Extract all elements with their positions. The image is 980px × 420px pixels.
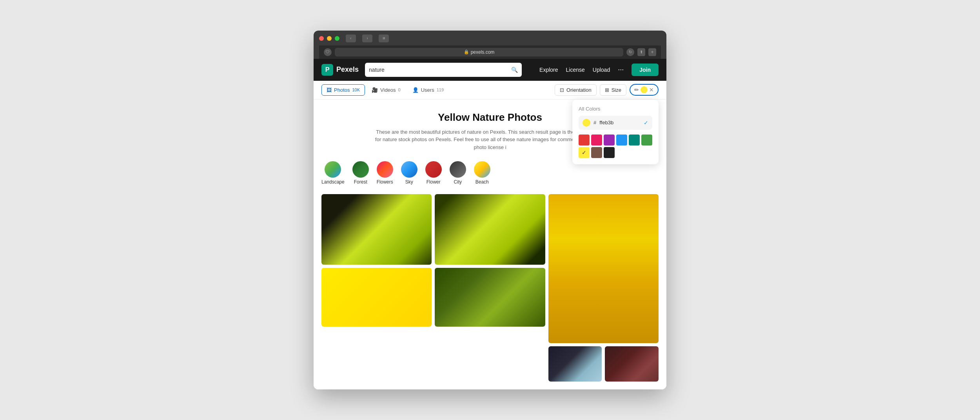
hex-value: ffeb3b xyxy=(599,120,641,125)
category-label-landscape: Landscape xyxy=(321,179,345,185)
search-icon: 🔍 xyxy=(511,67,518,73)
filter-controls: ⊡ Orientation ⊞ Size ✏ ✕ xyxy=(555,84,659,96)
color-brown[interactable] xyxy=(591,147,602,158)
pencil-icon: ✏ xyxy=(634,87,639,93)
minimize-window-button[interactable] xyxy=(327,36,332,41)
user-icon: 👤 xyxy=(412,87,419,93)
users-label: Users xyxy=(421,87,434,93)
color-input-row[interactable]: # ffeb3b ✓ xyxy=(579,116,652,130)
photo-4[interactable] xyxy=(321,268,432,327)
confirm-color-button[interactable]: ✓ xyxy=(644,120,648,126)
address-bar[interactable]: 🔒 pexels.com xyxy=(335,48,623,56)
category-label-sky: Sky xyxy=(405,179,413,185)
color-red[interactable] xyxy=(579,135,590,145)
size-label: Size xyxy=(612,87,621,93)
back-button[interactable]: ‹ xyxy=(346,35,356,42)
photos-icon: 🖼 xyxy=(327,87,332,93)
address-bar-row: 🛡 🔒 pexels.com ↻ ⬆ + xyxy=(319,45,661,59)
category-label-beach: Beach xyxy=(475,179,489,185)
color-preview-dot xyxy=(583,119,590,127)
tab-photos[interactable]: 🖼 Photos 10K xyxy=(321,84,365,96)
dropdown-title: All Colors xyxy=(579,106,652,112)
category-circle-flower xyxy=(425,161,442,178)
brand-name: Pexels xyxy=(336,65,359,74)
photo-3[interactable] xyxy=(548,194,659,343)
pexels-navbar: P Pexels 🔍 Explore License Upload ··· Jo… xyxy=(314,59,666,81)
videos-count: 0 xyxy=(398,87,401,92)
photo-1[interactable] xyxy=(321,194,432,265)
category-label-flower: Flower xyxy=(426,179,441,185)
color-purple[interactable] xyxy=(604,135,615,145)
photo-grid xyxy=(314,191,666,389)
category-circle-flowers xyxy=(377,161,393,178)
license-link[interactable]: License xyxy=(566,67,585,73)
logo-icon: P xyxy=(321,64,333,76)
filter-tabs: 🖼 Photos 10K 🎥 Videos 0 👤 Users 119 ⊡ Or… xyxy=(314,81,666,100)
upload-link[interactable]: Upload xyxy=(593,67,610,73)
join-button[interactable]: Join xyxy=(632,64,659,76)
category-label-city: City xyxy=(454,179,462,185)
browser-controls: ‹ › ⊞ xyxy=(319,35,661,42)
category-circle-beach xyxy=(474,161,490,178)
new-tab-button[interactable]: + xyxy=(648,48,656,56)
category-forest[interactable]: Forest xyxy=(352,161,369,185)
color-filter-button[interactable]: ✏ ✕ xyxy=(630,84,659,96)
color-blue[interactable] xyxy=(616,135,627,145)
category-city[interactable]: City xyxy=(450,161,466,185)
video-icon: 🎥 xyxy=(372,87,378,93)
color-yellow-selected[interactable]: ✓ xyxy=(579,147,590,158)
color-swatch xyxy=(641,86,648,93)
color-pink[interactable] xyxy=(591,135,602,145)
color-grid: ✓ xyxy=(579,135,652,158)
photo-col-2 xyxy=(435,194,545,382)
videos-label: Videos xyxy=(380,87,396,93)
photo-col-1 xyxy=(321,194,432,382)
category-circle-city xyxy=(450,161,466,178)
category-label-flowers: Flowers xyxy=(377,179,393,185)
orientation-icon: ⊡ xyxy=(560,87,564,93)
category-flower[interactable]: Flower xyxy=(425,161,442,185)
nav-links: Explore License Upload ··· Join xyxy=(539,64,659,76)
photo-sub-grid xyxy=(548,346,659,382)
photo-6a[interactable] xyxy=(548,346,602,382)
explore-link[interactable]: Explore xyxy=(539,67,558,73)
main-content: All Colors # ffeb3b ✓ ✓ xyxy=(314,100,666,390)
photo-2[interactable] xyxy=(435,194,545,265)
tab-users[interactable]: 👤 Users 119 xyxy=(407,84,449,96)
orientation-button[interactable]: ⊡ Orientation xyxy=(555,84,597,96)
size-button[interactable]: ⊞ Size xyxy=(600,84,626,96)
users-count: 119 xyxy=(437,87,444,92)
color-black[interactable] xyxy=(604,147,615,158)
category-flowers[interactable]: Flowers xyxy=(377,161,393,185)
pexels-logo[interactable]: P Pexels xyxy=(321,64,359,76)
selected-check-icon: ✓ xyxy=(582,149,586,156)
browser-chrome: ‹ › ⊞ 🛡 🔒 pexels.com ↻ ⬆ + xyxy=(314,31,666,59)
bookmark-button[interactable]: ⬆ xyxy=(637,48,645,56)
category-circle-landscape xyxy=(325,161,341,178)
maximize-window-button[interactable] xyxy=(335,36,339,41)
search-input[interactable] xyxy=(369,67,508,73)
category-circle-forest xyxy=(352,161,369,178)
tab-layout-button[interactable]: ⊞ xyxy=(379,35,389,42)
category-sky[interactable]: Sky xyxy=(401,161,417,185)
search-bar[interactable]: 🔍 xyxy=(365,63,522,77)
more-menu-button[interactable]: ··· xyxy=(618,65,624,74)
reload-button[interactable]: ↻ xyxy=(626,48,634,56)
category-label-forest: Forest xyxy=(354,179,367,185)
tab-videos[interactable]: 🎥 Videos 0 xyxy=(367,84,406,96)
shield-icon: 🛡 xyxy=(324,48,332,56)
color-teal[interactable] xyxy=(629,135,640,145)
category-landscape[interactable]: Landscape xyxy=(321,161,345,185)
hash-symbol: # xyxy=(593,120,596,125)
clear-color-button[interactable]: ✕ xyxy=(649,87,654,93)
category-circle-sky xyxy=(401,161,417,178)
close-window-button[interactable] xyxy=(319,36,324,41)
photo-5[interactable] xyxy=(435,268,545,327)
color-dropdown: All Colors # ffeb3b ✓ ✓ xyxy=(572,100,659,164)
color-green[interactable] xyxy=(641,135,652,145)
forward-button[interactable]: › xyxy=(362,35,372,42)
category-beach[interactable]: Beach xyxy=(474,161,490,185)
url-text: pexels.com xyxy=(471,49,495,55)
photo-col-3 xyxy=(548,194,659,382)
photo-6b[interactable] xyxy=(605,346,659,382)
